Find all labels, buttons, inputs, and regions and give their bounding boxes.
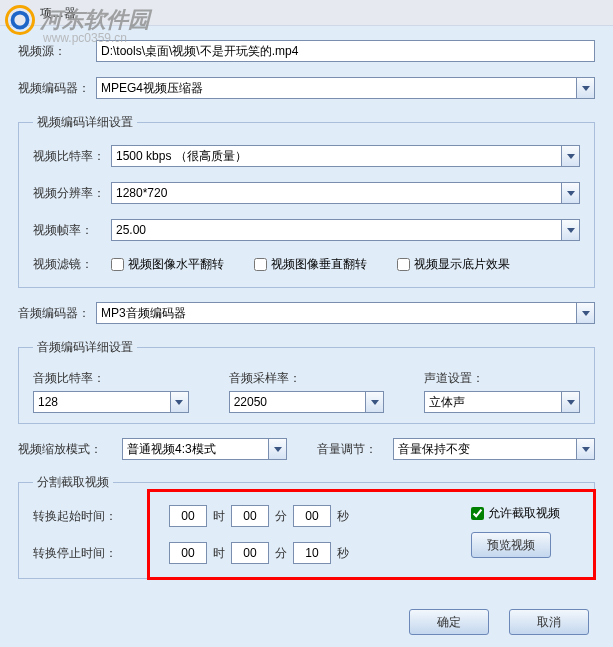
dropdown-icon[interactable] (562, 145, 580, 167)
vres-select[interactable]: 1280*720 (111, 182, 562, 204)
dropdown-icon[interactable] (562, 182, 580, 204)
dropdown-icon[interactable] (577, 302, 595, 324)
start-min-input[interactable] (231, 505, 269, 527)
start-label: 转换起始时间： (33, 508, 133, 525)
scale-label: 视频缩放模式： (18, 441, 106, 458)
title-text: 项…器 (40, 6, 76, 20)
source-label: 视频源： (18, 43, 90, 60)
audio-detail-legend: 音频编码详细设置 (33, 339, 137, 356)
ok-button[interactable]: 确定 (409, 609, 489, 635)
preview-button[interactable]: 预览视频 (471, 532, 551, 558)
asample-select[interactable]: 22050 (229, 391, 367, 413)
audio-detail-fieldset: 音频编码详细设置 音频比特率： 128 音频采样率： 22050 声道设置： (18, 339, 595, 424)
cancel-button[interactable]: 取消 (509, 609, 589, 635)
vfps-label: 视频帧率： (33, 222, 105, 239)
cb-negative[interactable] (397, 258, 410, 271)
vencoder-label: 视频编码器： (18, 80, 90, 97)
source-input[interactable] (96, 40, 595, 62)
volume-label: 音量调节： (317, 441, 377, 458)
unit-min: 分 (275, 508, 287, 525)
asample-label: 音频采样率： (229, 370, 385, 387)
aencoder-select[interactable]: MP3音频编码器 (96, 302, 577, 324)
vfilter-label: 视频滤镜： (33, 256, 105, 273)
cut-legend: 分割截取视频 (33, 474, 113, 491)
scale-select[interactable]: 普通视频4:3模式 (122, 438, 269, 460)
abitrate-label: 音频比特率： (33, 370, 189, 387)
achannel-select[interactable]: 立体声 (424, 391, 562, 413)
achannel-label: 声道设置： (424, 370, 580, 387)
dropdown-icon[interactable] (562, 391, 580, 413)
unit-min: 分 (275, 545, 287, 562)
abitrate-select[interactable]: 128 (33, 391, 171, 413)
dropdown-icon[interactable] (562, 219, 580, 241)
dropdown-icon[interactable] (577, 438, 595, 460)
unit-hour: 时 (213, 508, 225, 525)
unit-sec: 秒 (337, 508, 349, 525)
vres-label: 视频分辨率： (33, 185, 105, 202)
stop-sec-input[interactable] (293, 542, 331, 564)
dropdown-icon[interactable] (269, 438, 287, 460)
titlebar: 项…器 (0, 0, 613, 26)
cb-vflip[interactable] (254, 258, 267, 271)
cb-hflip-label: 视频图像水平翻转 (128, 256, 224, 273)
stop-label: 转换停止时间： (33, 545, 133, 562)
aencoder-label: 音频编码器： (18, 305, 90, 322)
allow-cut-label: 允许截取视频 (488, 505, 560, 522)
stop-hour-input[interactable] (169, 542, 207, 564)
cut-fieldset: 分割截取视频 转换起始时间： 时 分 秒 转换停止时间： (18, 474, 595, 579)
cb-hflip[interactable] (111, 258, 124, 271)
vencoder-select[interactable]: MPEG4视频压缩器 (96, 77, 577, 99)
dropdown-icon[interactable] (171, 391, 189, 413)
vbitrate-select[interactable]: 1500 kbps （很高质量） (111, 145, 562, 167)
dropdown-icon[interactable] (577, 77, 595, 99)
start-sec-input[interactable] (293, 505, 331, 527)
vfps-select[interactable]: 25.00 (111, 219, 562, 241)
unit-sec: 秒 (337, 545, 349, 562)
dropdown-icon[interactable] (366, 391, 384, 413)
cb-vflip-label: 视频图像垂直翻转 (271, 256, 367, 273)
cb-negative-label: 视频显示底片效果 (414, 256, 510, 273)
start-hour-input[interactable] (169, 505, 207, 527)
vbitrate-label: 视频比特率： (33, 148, 105, 165)
allow-cut-checkbox[interactable] (471, 507, 484, 520)
video-detail-fieldset: 视频编码详细设置 视频比特率： 1500 kbps （很高质量） 视频分辨率： … (18, 114, 595, 288)
volume-select[interactable]: 音量保持不变 (393, 438, 577, 460)
stop-min-input[interactable] (231, 542, 269, 564)
video-detail-legend: 视频编码详细设置 (33, 114, 137, 131)
unit-hour: 时 (213, 545, 225, 562)
